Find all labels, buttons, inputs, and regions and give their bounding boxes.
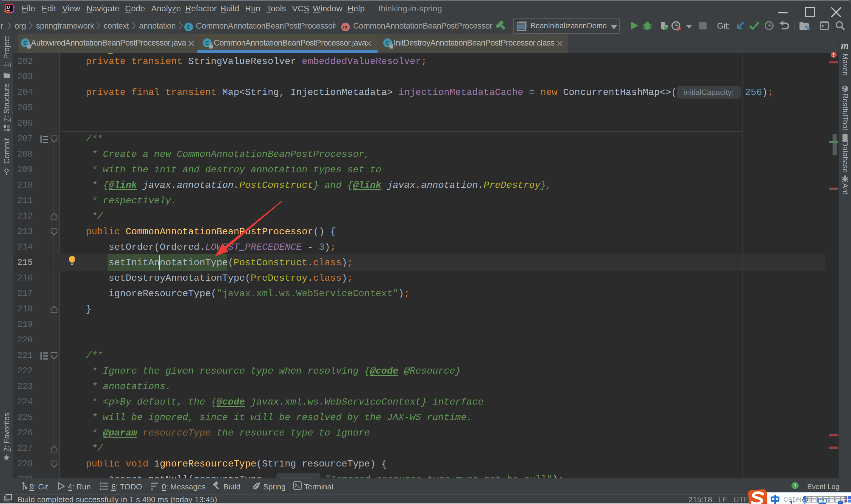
svg-text:1: 1	[794, 483, 797, 488]
